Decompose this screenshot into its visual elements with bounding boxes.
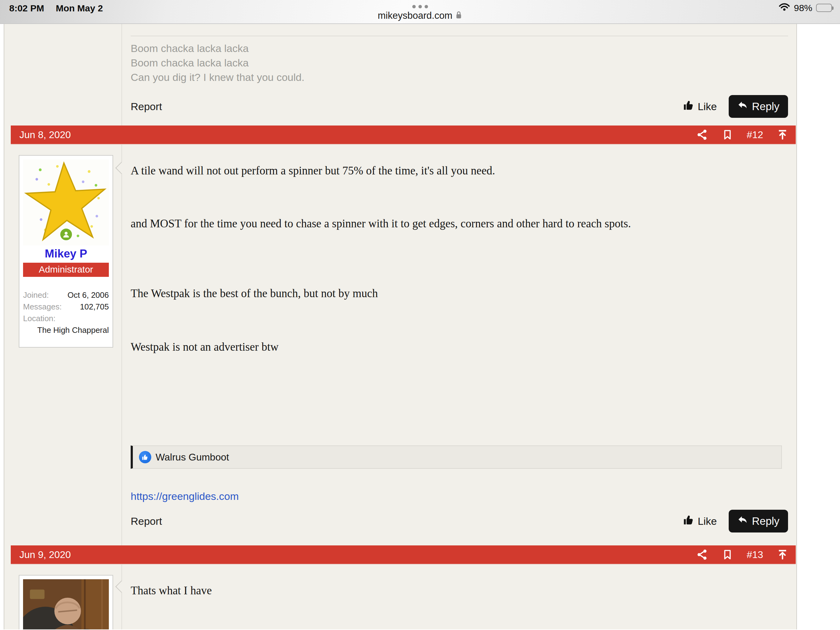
user-card (19, 575, 113, 629)
signature-line: Boom chacka lacka lacka (131, 41, 788, 56)
joined-label: Joined: (23, 289, 49, 301)
messages-value: 102,705 (80, 301, 109, 313)
thumbs-up-icon (683, 514, 694, 528)
joined-value: Oct 6, 2006 (68, 289, 109, 301)
address-bar[interactable]: mikeysboard.com (378, 10, 463, 21)
online-status-icon (59, 227, 73, 242)
signature-link[interactable]: https://greenglides.com (131, 490, 239, 502)
bookmark-icon[interactable] (722, 549, 733, 560)
post-13-date-bar: Jun 9, 2020 #13 (11, 545, 796, 565)
location-label: Location: (23, 313, 56, 324)
signature-line: Can you dig it? I knew that you could. (131, 70, 788, 85)
like-label: Like (698, 515, 717, 527)
like-reaction-icon (139, 451, 151, 463)
post-11-user-column (11, 24, 122, 125)
user-details: Joined: Oct 6, 2006 Messages: 102,705 Lo… (23, 289, 109, 336)
reply-button[interactable]: Reply (729, 510, 788, 532)
forum-page: Boom chacka lacka lacka Boom chacka lack… (0, 24, 840, 629)
signature-line: Boom chacka lacka lacka (131, 56, 788, 70)
tab-overview-dots-icon[interactable] (412, 5, 428, 8)
like-button[interactable]: Like (683, 100, 717, 113)
post-12: Mikey P Administrator Joined: Oct 6, 200… (11, 144, 796, 545)
reply-arrow-icon (737, 514, 748, 527)
like-label: Like (698, 101, 717, 112)
signature-block: Boom chacka lacka lacka Boom chacka lack… (131, 36, 788, 85)
reply-arrow-icon (737, 100, 748, 113)
post-12-date-bar: Jun 8, 2020 #12 (11, 125, 796, 144)
thumbs-up-icon (683, 100, 694, 113)
reply-label: Reply (752, 515, 779, 527)
report-link[interactable]: Report (131, 515, 162, 527)
quoted-reaction-block[interactable]: Walrus Gumboot (131, 445, 782, 469)
post-paragraph: The Westpak is the best of the bunch, bu… (131, 287, 788, 301)
user-role-badge: Administrator (23, 263, 109, 277)
user-card: Mikey P Administrator Joined: Oct 6, 200… (19, 155, 113, 348)
lock-icon (455, 11, 462, 21)
jump-to-top-icon[interactable] (777, 129, 788, 141)
reply-label: Reply (752, 100, 779, 112)
post-number-link[interactable]: #12 (747, 129, 763, 141)
post-date: Jun 8, 2020 (19, 129, 71, 141)
post-paragraph: and MOST for the time you need to chase … (131, 217, 788, 231)
post-paragraph: A tile wand will not out perform a spinn… (131, 164, 788, 178)
post-number-link[interactable]: #13 (747, 549, 763, 560)
battery-icon (816, 4, 832, 12)
reply-button[interactable]: Reply (729, 95, 788, 118)
jump-to-top-icon[interactable] (777, 549, 788, 560)
share-icon[interactable] (696, 129, 708, 141)
battery-percent: 98% (794, 3, 812, 13)
post-date: Jun 9, 2020 (19, 549, 71, 560)
post-11-partial: Boom chacka lacka lacka Boom chacka lack… (11, 24, 796, 125)
share-icon[interactable] (696, 549, 708, 560)
post-paragraph: Thats what I have (131, 584, 788, 598)
quote-author: Walrus Gumboot (156, 451, 229, 463)
thread-container: Boom chacka lacka lacka Boom chacka lack… (4, 24, 797, 629)
avatar[interactable] (23, 579, 109, 629)
bookmark-icon[interactable] (722, 129, 733, 141)
username-link[interactable]: Mikey P (23, 247, 109, 260)
report-link[interactable]: Report (131, 101, 162, 112)
location-value: The High Chapperal (23, 324, 109, 336)
messages-label: Messages: (23, 301, 62, 313)
ios-status-bar: 8:02 PM Mon May 2 mikeysboard.com 98% (0, 0, 840, 24)
status-right: 98% (778, 2, 832, 13)
wifi-icon (778, 2, 790, 13)
post-13-partial: Thats what I have (11, 565, 796, 629)
post-paragraph: Westpak is not an advertiser btw (131, 340, 788, 354)
like-button[interactable]: Like (683, 514, 717, 528)
url-text: mikeysboard.com (378, 10, 453, 21)
